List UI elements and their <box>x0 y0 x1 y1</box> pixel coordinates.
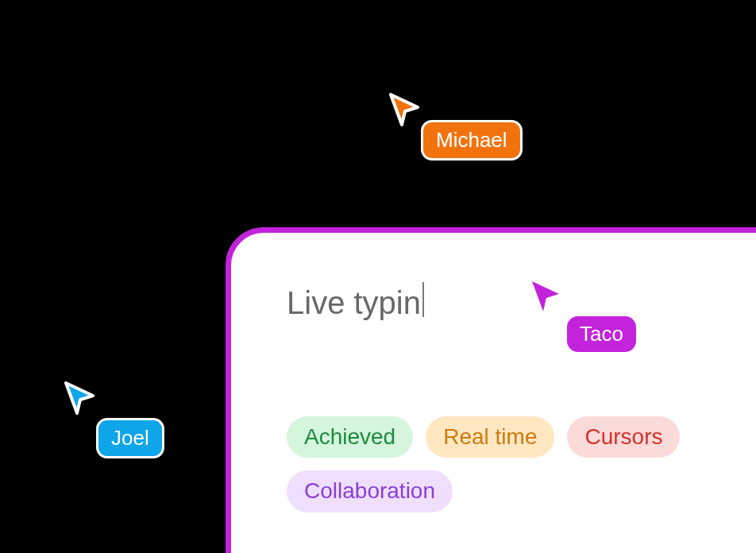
cursor-taco: Taco <box>527 278 564 318</box>
cursor-pointer-icon <box>386 91 422 128</box>
cursor-label-michael: Michael <box>421 120 523 160</box>
cursor-label-joel: Joel <box>96 418 164 458</box>
editor-card: Live typin Achieved Real time Cursors Co… <box>226 227 756 553</box>
cursor-michael: Michael <box>386 91 422 131</box>
cursor-label-taco: Taco <box>567 316 636 352</box>
cursor-joel: Joel <box>61 380 98 420</box>
tag-collaboration[interactable]: Collaboration <box>287 470 453 512</box>
tag-real-time[interactable]: Real time <box>426 416 554 458</box>
tag-list: Achieved Real time Cursors Collaboration <box>287 416 720 512</box>
typing-text-value: Live typin <box>287 285 421 320</box>
cursor-pointer-icon <box>61 380 98 416</box>
typing-text[interactable]: Live typin <box>287 282 424 321</box>
cursor-pointer-icon <box>527 278 564 315</box>
tag-cursors[interactable]: Cursors <box>567 416 680 458</box>
text-caret <box>422 282 424 317</box>
tag-achieved[interactable]: Achieved <box>287 416 413 458</box>
